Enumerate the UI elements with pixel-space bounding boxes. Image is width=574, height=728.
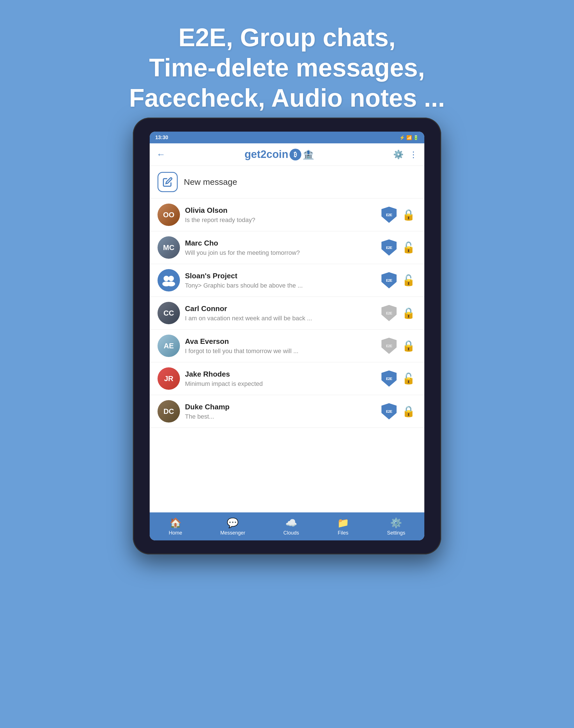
- chat-info: Sloan's Project Tony> Graphic bars shoul…: [185, 272, 376, 289]
- chat-list: OO Olivia Olson Is the report ready toda…: [150, 198, 424, 428]
- svg-point-0: [164, 276, 169, 281]
- chat-preview: I am on vacation next week and will be b…: [185, 315, 376, 322]
- chat-info: Duke Champ The best...: [185, 403, 376, 420]
- nav-home-label: Home: [169, 530, 182, 536]
- chat-name: Marc Cho: [185, 239, 376, 247]
- nav-home[interactable]: 🏠 Home: [169, 517, 182, 536]
- chat-name: Jake Rhodes: [185, 370, 376, 378]
- lock-icon: 🔒: [400, 338, 416, 354]
- home-icon: 🏠: [170, 517, 181, 528]
- e2e-badge: E2E: [381, 403, 398, 420]
- nav-clouds[interactable]: ☁️ Clouds: [283, 517, 299, 536]
- header-line3: Facecheck, Audio notes ...: [0, 83, 574, 113]
- compose-icon: [158, 172, 178, 192]
- e2e-shield: E2E: [381, 305, 397, 321]
- chat-name: Duke Champ: [185, 403, 376, 411]
- svg-point-1: [168, 276, 174, 281]
- chat-preview: Is the report ready today?: [185, 217, 376, 224]
- header-actions: ⚙️ ⋮: [393, 149, 418, 159]
- svg-point-3: [167, 281, 175, 286]
- chat-preview: Tony> Graphic bars should be above the .…: [185, 282, 376, 289]
- back-button[interactable]: ←: [156, 149, 165, 160]
- nav-settings-label: Settings: [387, 530, 405, 536]
- more-options-icon[interactable]: ⋮: [409, 149, 418, 159]
- nav-clouds-label: Clouds: [283, 530, 299, 536]
- logo-text: get2coin: [244, 148, 288, 161]
- chat-name: Sloan's Project: [185, 272, 376, 280]
- chat-preview: The best...: [185, 413, 376, 420]
- chat-info: Jake Rhodes Minimum impact is expected: [185, 370, 376, 388]
- settings-icon[interactable]: ⚙️: [393, 149, 404, 159]
- new-message-row[interactable]: New message: [150, 166, 424, 198]
- chat-name: Carl Connor: [185, 304, 376, 313]
- clouds-icon: ☁️: [285, 517, 297, 528]
- chat-info: Marc Cho Will you join us for the meetin…: [185, 239, 376, 257]
- avatar: OO: [158, 203, 180, 226]
- tablet-device: 13:30 ⚡ 📶 🔋 ← get2coin ₿ 🏦 ⚙️ ⋮: [133, 118, 441, 554]
- logo-coin-icon: ₿: [290, 149, 301, 161]
- header-line2: Time-delete messages,: [0, 53, 574, 83]
- e2e-shield: E2E: [381, 403, 397, 419]
- lock-icon: 🔓: [400, 370, 416, 387]
- status-icons: ⚡ 📶 🔋: [399, 135, 419, 140]
- bottom-nav: 🏠 Home 💬 Messenger ☁️ Clouds 📁 Files ⚙️ …: [150, 512, 424, 540]
- chat-row[interactable]: MC Marc Cho Will you join us for the mee…: [150, 231, 424, 264]
- lock-icon: 🔒: [400, 207, 416, 223]
- logo-safe-icon: 🏦: [302, 149, 314, 160]
- header-line1: E2E, Group chats,: [0, 22, 574, 53]
- e2e-shield: E2E: [381, 239, 397, 256]
- e2e-badge: E2E: [381, 370, 398, 387]
- chat-preview: I forgot to tell you that tomorrow we wi…: [185, 348, 376, 355]
- chat-badges: E2E 🔒: [381, 403, 416, 420]
- chat-row[interactable]: Sloan's Project Tony> Graphic bars shoul…: [150, 264, 424, 297]
- chat-name: Olivia Olson: [185, 206, 376, 215]
- chat-row[interactable]: OO Olivia Olson Is the report ready toda…: [150, 198, 424, 231]
- nav-settings[interactable]: ⚙️ Settings: [387, 517, 405, 536]
- chat-badges: E2E 🔒: [381, 207, 416, 223]
- chat-badges: E2E 🔒: [381, 305, 416, 321]
- avatar: MC: [158, 236, 180, 259]
- status-bar: 13:30 ⚡ 📶 🔋: [150, 132, 424, 143]
- e2e-shield: E2E: [381, 370, 397, 387]
- nav-files-label: Files: [338, 530, 348, 536]
- chat-name: Ava Everson: [185, 337, 376, 346]
- chat-row[interactable]: AE Ava Everson I forgot to tell you that…: [150, 329, 424, 362]
- e2e-badge: E2E: [381, 272, 398, 289]
- chat-row[interactable]: DC Duke Champ The best... E2E 🔒: [150, 395, 424, 428]
- e2e-shield: E2E: [381, 207, 397, 223]
- app-header: ← get2coin ₿ 🏦 ⚙️ ⋮: [150, 143, 424, 166]
- avatar: CC: [158, 302, 180, 324]
- chat-badges: E2E 🔓: [381, 239, 416, 256]
- e2e-badge: E2E: [381, 207, 398, 223]
- nav-files[interactable]: 📁 Files: [337, 517, 349, 536]
- tablet-screen: 13:30 ⚡ 📶 🔋 ← get2coin ₿ 🏦 ⚙️ ⋮: [150, 132, 424, 540]
- settings-nav-icon: ⚙️: [390, 517, 402, 528]
- lock-icon: 🔒: [400, 305, 416, 321]
- e2e-badge: E2E: [381, 239, 398, 256]
- chat-badges: E2E 🔓: [381, 272, 416, 289]
- page-header: E2E, Group chats, Time-delete messages, …: [0, 22, 574, 113]
- chat-row[interactable]: CC Carl Connor I am on vacation next wee…: [150, 297, 424, 329]
- avatar: JR: [158, 367, 180, 390]
- chat-preview: Minimum impact is expected: [185, 380, 376, 388]
- chat-badges: E2E 🔓: [381, 370, 416, 387]
- nav-messenger[interactable]: 💬 Messenger: [220, 517, 245, 536]
- lock-icon: 🔓: [400, 239, 416, 256]
- nav-messenger-label: Messenger: [220, 530, 245, 536]
- files-icon: 📁: [337, 517, 349, 528]
- e2e-shield: E2E: [381, 272, 397, 288]
- chat-badges: E2E 🔒: [381, 337, 416, 354]
- app-logo: get2coin ₿ 🏦: [244, 148, 314, 161]
- content-area: New message OO Olivia Olson Is the repor…: [150, 166, 424, 512]
- chat-preview: Will you join us for the meeting tomorro…: [185, 249, 376, 257]
- chat-info: Carl Connor I am on vacation next week a…: [185, 304, 376, 322]
- chat-info: Ava Everson I forgot to tell you that to…: [185, 337, 376, 355]
- avatar: [158, 269, 180, 291]
- e2e-badge: E2E: [381, 337, 398, 354]
- lock-icon: 🔓: [400, 272, 416, 288]
- lock-icon: 🔒: [400, 403, 416, 419]
- avatar: DC: [158, 400, 180, 422]
- e2e-badge: E2E: [381, 305, 398, 321]
- e2e-shield: E2E: [381, 338, 397, 354]
- chat-row[interactable]: JR Jake Rhodes Minimum impact is expecte…: [150, 362, 424, 395]
